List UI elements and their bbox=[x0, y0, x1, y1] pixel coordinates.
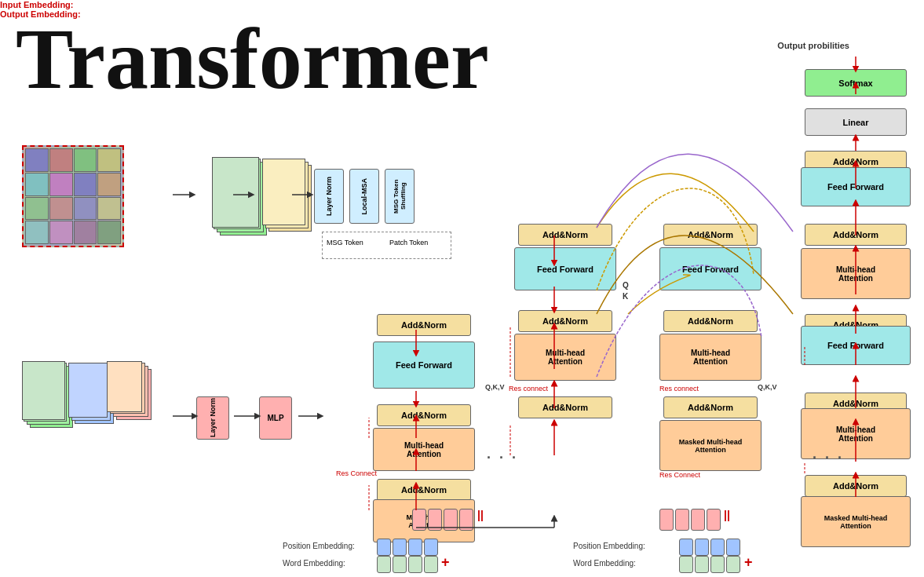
output-emb-2 bbox=[675, 509, 689, 531]
word-emb-dec-3 bbox=[710, 556, 725, 573]
multihead-attention-dec-enc: Multi-headAttention bbox=[659, 334, 761, 381]
addnorm-decoder-bottom: Add&Norm bbox=[805, 475, 907, 497]
vit-local-msa: Local-MSA bbox=[349, 169, 379, 224]
addnorm-dec-left-bottom: Add&Norm bbox=[377, 479, 471, 501]
feedforward-dec-left: Feed Forward bbox=[373, 341, 475, 389]
feedforward-decoder-top: Feed Forward bbox=[801, 167, 911, 206]
res-connect-dec-enc: Res connect bbox=[659, 385, 699, 393]
addnorm-encoder-bottom: Add&Norm bbox=[518, 396, 612, 418]
res-connect-enc: Res connect bbox=[509, 385, 548, 393]
addnorm-encoder-mid: Add&Norm bbox=[518, 310, 612, 332]
addnorm-dec-enc-lower: Add&Norm bbox=[663, 396, 758, 418]
position-emb-label-dec: Position Embedding: bbox=[573, 542, 645, 550]
output-emb-3 bbox=[691, 509, 705, 531]
plus-enc: + bbox=[441, 554, 450, 571]
word-emb-label-dec: Word Embedding: bbox=[573, 559, 636, 568]
position-emb-label-enc: Position Embedding: bbox=[283, 542, 355, 550]
q-label: Q bbox=[623, 281, 629, 290]
word-emb-enc-4 bbox=[424, 556, 438, 573]
word-emb-enc-2 bbox=[393, 556, 407, 573]
output-dbar: || bbox=[724, 509, 730, 521]
pos-emb-dec-1 bbox=[679, 539, 693, 556]
image-patches bbox=[22, 145, 124, 247]
masked-multihead-attention-decoder: Masked Multi-headAttention bbox=[801, 496, 911, 547]
linear-block: Linear bbox=[805, 108, 907, 136]
pos-emb-enc-1 bbox=[377, 539, 391, 556]
addnorm-dec-enc-top: Add&Norm bbox=[663, 224, 758, 246]
input-embedding-label: Input Embedding: bbox=[0, 0, 924, 9]
input-emb-3 bbox=[444, 509, 458, 531]
input-emb-1 bbox=[412, 509, 426, 531]
patch-token-label: Patch Token bbox=[389, 239, 428, 247]
word-emb-enc-1 bbox=[377, 556, 391, 573]
input-emb-2 bbox=[428, 509, 442, 531]
word-emb-dec-4 bbox=[726, 556, 740, 573]
res-connect-dec-bot: Res Connect bbox=[659, 471, 700, 479]
feedforward-encoder: Feed Forward bbox=[514, 247, 616, 290]
vit-layer-norm-upper: Layer Norm bbox=[314, 169, 344, 224]
qkv-enc-label: Q,K,V bbox=[485, 383, 505, 391]
addnorm-encoder-top: Add&Norm bbox=[518, 224, 612, 246]
word-emb-enc-3 bbox=[408, 556, 422, 573]
addnorm-dec-enc-mid: Add&Norm bbox=[663, 310, 758, 332]
plus-dec: + bbox=[744, 554, 753, 571]
vit-msg-token-shuffling: MSG Token Shuffling bbox=[385, 169, 415, 224]
output-probabilities-label: Output probilities bbox=[777, 41, 849, 50]
feedforward-decoder-mid: Feed Forward bbox=[801, 326, 911, 365]
feedforward-dec-enc: Feed Forward bbox=[659, 247, 761, 290]
addnorm-dec-left-top: Add&Norm bbox=[377, 314, 471, 336]
input-emb-4 bbox=[459, 509, 473, 531]
masked-multihead-dec-enc: Masked Multi-headAttention bbox=[659, 420, 761, 471]
input-dbar: || bbox=[477, 509, 484, 521]
dots-dec: . . . bbox=[813, 446, 844, 462]
msg-token-label: MSG Token bbox=[327, 239, 363, 247]
pos-emb-enc-2 bbox=[393, 539, 407, 556]
word-emb-dec-2 bbox=[695, 556, 709, 573]
multihead-attention-encoder: Multi-headAttention bbox=[514, 334, 616, 381]
word-emb-dec-1 bbox=[679, 556, 693, 573]
pos-emb-dec-4 bbox=[726, 539, 740, 556]
dots-enc: . . . bbox=[487, 446, 518, 462]
word-emb-label-enc: Word Embedding: bbox=[283, 559, 345, 568]
pos-emb-dec-2 bbox=[695, 539, 709, 556]
multihead-attention-decoder-top: Multi-headAttention bbox=[801, 248, 911, 299]
multihead-attention-dec-left: Multi-headAttention bbox=[373, 428, 475, 471]
addnorm-dec-left-mid: Add&Norm bbox=[377, 404, 471, 426]
qkv-dec-label: Q,K,V bbox=[758, 383, 777, 391]
vit-token-box: MSG Token Patch Token bbox=[322, 232, 451, 259]
pos-emb-dec-3 bbox=[710, 539, 725, 556]
output-emb-4 bbox=[707, 509, 721, 531]
output-emb-1 bbox=[659, 509, 674, 531]
addnorm-decoder-mid-top: Add&Norm bbox=[805, 224, 907, 246]
vit-mlp: MLP bbox=[259, 396, 292, 440]
pos-emb-enc-4 bbox=[424, 539, 438, 556]
pos-emb-enc-3 bbox=[408, 539, 422, 556]
main-container: Transformer Output probilities bbox=[0, 0, 924, 577]
k-label: K bbox=[623, 292, 628, 301]
vit-layer-norm-lower: Layer Norm bbox=[196, 396, 229, 440]
softmax-block: Softmax bbox=[805, 69, 907, 97]
page-title: Transformer bbox=[16, 16, 489, 102]
res-connect-dec: Res Connect bbox=[336, 469, 377, 477]
